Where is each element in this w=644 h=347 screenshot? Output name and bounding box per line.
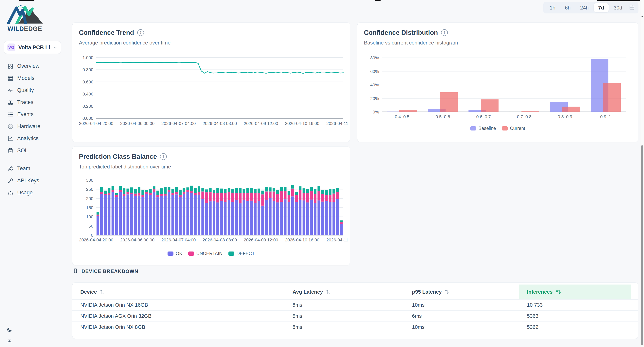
scroll-up-arrow[interactable] [641,16,644,18]
sidebar-item-api-keys[interactable]: API Keys [0,174,66,187]
value-cell: 10ms [404,324,519,330]
time-range-24h[interactable]: 24h [576,3,593,12]
brand-wordmark: WILDEDGE [8,25,47,32]
x-axis-tick: 0.5–0.6 [436,114,450,119]
sidebar-item-sql[interactable]: SQL [0,144,66,156]
sidebar-item-overview[interactable]: Overview [0,60,66,72]
y-axis-tick: 80% [370,55,379,60]
help-icon[interactable]: ? [160,153,167,160]
window-chrome-artifact [375,0,380,1]
sidebar-item-label: Traces [17,99,34,106]
tablet-icon [73,268,78,274]
uncertain-bars [96,189,343,224]
help-icon[interactable]: ? [441,29,448,36]
key-icon [8,178,14,184]
table-header-row: DeviceAvg Latencyp95 LatencyInferences [72,284,638,300]
y-axis-tick: 0.000 [82,116,93,121]
class-balance-chart: 3002502001501005002026-04-04 20:002026-0… [78,176,344,247]
time-range-1h[interactable]: 1h [545,3,560,12]
time-range-selector: 1h6h24h7d30d [543,2,638,14]
chart-icon [8,136,14,142]
sidebar-item-hardware[interactable]: Hardware [0,120,66,132]
x-axis-tick: 2026-04-04 20:00 [79,121,113,126]
legend-item-uncertain[interactable]: UNCERTAIN [188,251,222,256]
time-range-30d[interactable]: 30d [610,3,626,12]
confidence-distribution-subtitle: Baseline vs current confidence histogram [364,40,638,46]
y-axis-tick: 200 [86,196,93,201]
x-axis-tick: 2026-04-11 20:00 [326,238,350,242]
confidence-trend-line [96,62,343,74]
x-axis-tick: 2026-04-08 08:00 [202,238,237,242]
y-axis-tick: 0.600 [82,80,93,84]
class-balance-legend: OKUNCERTAINDEFECT [72,251,350,256]
value-cell: 6ms [404,313,519,319]
y-axis-tick: 0% [373,110,379,114]
project-name: Volta PCB Lines… [18,44,50,50]
sidebar-item-label: Team [17,166,30,172]
class-balance-subtitle: Top predicted label distribution over ti… [79,164,350,170]
y-axis-tick: 150 [86,205,93,210]
chevron-down-icon [53,45,58,50]
column-label: Inferences [527,289,552,295]
sidebar-item-label: Models [17,75,34,81]
class-balance-card: Prediction Class Balance? Top predicted … [72,146,350,265]
sidebar-item-analytics[interactable]: Analytics [0,132,66,144]
x-axis-tick: 0.7–0.8 [517,114,532,119]
db-icon [8,148,14,154]
device-breakdown-table: DeviceAvg Latencyp95 LatencyInferencesNV… [72,284,638,332]
y-axis-tick: 100 [86,214,93,219]
ok-bars [96,192,343,235]
legend-label: OK [176,251,182,256]
x-axis-tick: 0.6–0.7 [476,114,491,119]
sidebar-nav-secondary: TeamAPI KeysUsage [0,162,66,199]
device-breakdown-label: DEVICE BREAKDOWN [82,268,138,274]
column-header-p95-latency[interactable]: p95 Latency [404,284,519,299]
y-axis-tick: 50 [88,224,93,228]
legend-swatch [470,126,476,130]
sidebar-item-traces[interactable]: Traces [0,96,66,108]
sidebar-item-models[interactable]: Models [0,72,66,84]
legend-item-defect[interactable]: DEFECT [228,251,255,256]
user-icon [7,338,12,344]
sidebar-item-events[interactable]: Events [0,108,66,120]
x-axis-tick: 2026-04-09 12:00 [244,238,278,242]
help-icon[interactable]: ? [137,29,144,36]
column-header-device[interactable]: Device [72,284,284,299]
x-axis-tick: 2026-04-06 00:00 [120,121,154,126]
sort-icon [100,289,105,294]
y-axis-tick: 0 [91,233,93,238]
sidebar-item-usage[interactable]: Usage [0,187,66,199]
sidebar-item-team[interactable]: Team [0,162,66,174]
legend-item-baseline[interactable]: Baseline [470,126,496,131]
scrollbar[interactable] [640,0,644,347]
moon-icon [7,327,12,332]
legend-item-ok[interactable]: OK [168,251,182,256]
y-axis-tick: 300 [86,178,93,183]
time-range-7d[interactable]: 7d [594,3,608,12]
scrollbar-thumb[interactable] [641,145,644,346]
x-axis-tick: 2026-04-09 12:00 [244,121,278,126]
x-axis-tick: 2026-04-11 20:00 [326,121,350,126]
legend-swatch [502,126,508,130]
sidebar-item-label: Overview [17,63,40,69]
project-avatar: VO [7,44,15,52]
cpu-icon [8,124,14,130]
custom-date-range-button[interactable] [628,3,636,12]
time-range-6h[interactable]: 6h [560,3,575,12]
user-menu-button[interactable] [7,338,12,344]
dark-mode-toggle[interactable] [7,327,12,333]
legend-item-current[interactable]: Current [502,126,525,131]
sidebar-item-label: Events [17,111,34,118]
sidebar-item-quality[interactable]: Quality [0,84,66,96]
sidebar-item-label: SQL [17,148,28,154]
project-selector[interactable]: VO Volta PCB Lines… [4,41,61,54]
server-icon [8,75,14,81]
confidence-trend-title: Confidence Trend? [79,29,350,36]
current-bars [399,83,621,112]
sort-icon [326,289,331,294]
column-header-avg-latency[interactable]: Avg Latency [284,284,404,299]
x-axis-tick: 2026-04-10 16:00 [285,238,320,242]
legend-label: UNCERTAIN [196,251,222,256]
column-header-inferences[interactable]: Inferences [519,284,631,299]
value-cell: 10 733 [519,302,638,308]
